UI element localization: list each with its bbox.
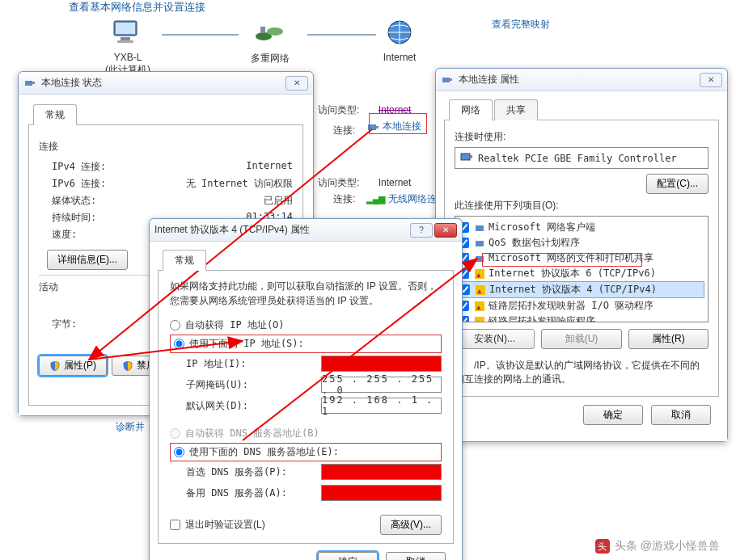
gateway-input[interactable]: 192 . 168 . 1 . 1 — [321, 398, 442, 414]
svg-rect-3 — [117, 40, 133, 43]
use-ip-label: 使用下面的 IP 地址(S): — [189, 337, 304, 351]
radio-use-ip[interactable]: 使用下面的 IP 地址(S): — [170, 335, 442, 353]
dns2-label: 备用 DNS 服务器(A): — [186, 486, 315, 500]
cancel-button[interactable]: 取消 — [386, 552, 446, 560]
radio-use-dns[interactable]: 使用下面的 DNS 服务器地址(E): — [170, 443, 442, 461]
access-value: Internet — [379, 104, 412, 116]
radio-auto-dns: 自动获得 DNS 服务器地址(B) — [170, 424, 442, 443]
list-item[interactable]: QoS 数据包计划程序 — [459, 235, 704, 251]
list-item[interactable]: Microsoft 网络的文件和打印机共享 — [459, 251, 704, 266]
nic-icon — [366, 120, 379, 133]
use-dns-radio[interactable] — [174, 447, 184, 457]
svg-text:▲: ▲ — [476, 318, 481, 323]
svg-rect-14 — [461, 154, 470, 160]
advanced-button[interactable]: 高级(V)... — [380, 515, 442, 535]
access-row2: 访问类型: Internet — [318, 176, 411, 190]
svg-rect-12 — [442, 78, 450, 82]
client-icon — [474, 222, 485, 234]
cancel-button[interactable]: 取消 — [651, 405, 711, 425]
conn-row1: 连接: 本地连接 — [333, 120, 421, 137]
item-properties-button[interactable]: 属性(R) — [628, 329, 709, 349]
item-label: 链路层拓扑发现响应程序 — [489, 314, 595, 322]
list-item[interactable]: ▲Internet 协议版本 6 (TCP/IPv6) — [459, 266, 704, 281]
validate-on-exit[interactable]: 退出时验证设置(L) — [170, 518, 265, 532]
list-item[interactable]: ▲链路层拓扑发现响应程序 — [459, 314, 704, 322]
uninstall-button: 卸载(U) — [541, 329, 621, 349]
nic-icon — [441, 74, 454, 86]
radio-auto-ip[interactable]: 自动获得 IP 地址(O) — [170, 316, 442, 335]
node-this-pc: YXB-L (此计算机) — [105, 16, 150, 77]
item-label: QoS 数据包计划程序 — [489, 236, 580, 250]
node2-label: 多重网络 — [251, 52, 290, 65]
prop-window: 本地连接 属性 ✕ 网络 共享 连接时使用: Realtek PCIe GBE … — [435, 68, 728, 442]
install-button[interactable]: 安装(N)... — [455, 329, 535, 349]
item-label: 链路层拓扑发现映射器 I/O 驱动程序 — [489, 299, 654, 313]
speed-label: 速度: — [52, 228, 77, 242]
ipv4-value: Internet — [246, 160, 293, 174]
list-item[interactable]: ▲链路层拓扑发现映射器 I/O 驱动程序 — [459, 298, 704, 314]
tab-general[interactable]: 常规 — [33, 104, 77, 125]
gateway-label: 默认网关(D): — [186, 399, 315, 413]
svg-rect-9 — [376, 126, 379, 128]
watermark: 头 头条 @游戏小怪兽兽 — [595, 539, 720, 554]
conn-label: 连接: — [333, 124, 355, 136]
tab-sharing[interactable]: 共享 — [494, 99, 538, 120]
view-full-mapping-link[interactable]: 查看完整映射 — [492, 18, 550, 32]
properties-button[interactable]: 属性(P) — [39, 356, 107, 376]
nic-icon — [23, 77, 36, 90]
share-icon — [474, 253, 485, 264]
auto-dns-label: 自动获得 DNS 服务器地址(B) — [185, 427, 319, 440]
use-ip-radio[interactable] — [174, 339, 184, 349]
media-label: 媒体状态: — [52, 194, 96, 208]
validate-checkbox[interactable] — [170, 520, 180, 530]
wifi-bars-icon: ▂▄▆ — [366, 194, 386, 204]
help-button[interactable]: ? — [410, 223, 433, 238]
item-label: Microsoft 网络的文件和打印机共享 — [489, 251, 654, 265]
qos-icon — [474, 238, 485, 249]
conn-using-label: 连接时使用: — [455, 130, 709, 144]
configure-button[interactable]: 配置(C)... — [646, 174, 709, 194]
watermark-text: 头条 @游戏小怪兽兽 — [615, 539, 720, 554]
svg-rect-13 — [450, 78, 452, 81]
tab-general[interactable]: 常规 — [163, 250, 206, 271]
dns1-input[interactable] — [321, 464, 442, 480]
validate-label: 退出时验证设置(L) — [185, 518, 265, 532]
subnet-mask-label: 子网掩码(U): — [186, 378, 315, 392]
svg-rect-10 — [25, 81, 32, 86]
svg-rect-16 — [476, 225, 484, 231]
list-item[interactable]: Microsoft 网络客户端 — [459, 220, 704, 235]
auto-ip-label: 自动获得 IP 地址(O) — [185, 318, 285, 332]
computer-icon — [108, 16, 147, 48]
shield-icon — [49, 360, 61, 372]
media-value: 已启用 — [264, 194, 293, 208]
conn-row2: 连接: ▂▄▆ 无线网络连接 — [333, 192, 446, 206]
close-button[interactable]: ✕ — [286, 76, 308, 91]
node1-label: YXB-L — [105, 52, 150, 63]
close-button[interactable]: ✕ — [700, 73, 722, 87]
ok-button[interactable]: 确定 — [583, 405, 643, 425]
local-conn-link[interactable]: 本地连接 — [383, 120, 421, 133]
ipv6-value: 无 Internet 访问权限 — [186, 177, 293, 191]
tab-network[interactable]: 网络 — [449, 99, 493, 120]
auto-ip-radio[interactable] — [170, 320, 180, 331]
list-item[interactable]: ▲Internet 协议版本 4 (TCP/IPv4) — [459, 281, 704, 298]
proto-icon: ▲ — [474, 316, 485, 323]
items-listbox[interactable]: Microsoft 网络客户端QoS 数据包计划程序Microsoft 网络的文… — [455, 216, 709, 322]
ipv4-title: Internet 协议版本 4 (TCP/IPv4) 属性 — [154, 223, 410, 237]
subnet-mask-input[interactable]: 255 . 255 . 255 . 0 — [321, 377, 442, 393]
svg-rect-1 — [116, 23, 135, 34]
dns1-label: 首选 DNS 服务器(P): — [186, 465, 315, 479]
dns2-input[interactable] — [321, 485, 442, 501]
svg-text:▲: ▲ — [476, 271, 481, 279]
prop-titlebar: 本地连接 属性 ✕ — [436, 69, 727, 91]
diagnose-link-partial[interactable]: 诊断并 — [116, 420, 145, 434]
item-label: Microsoft 网络客户端 — [489, 221, 595, 234]
adapter-icon — [460, 151, 473, 165]
ipv4-desc: 如果网络支持此功能，则可以获取自动指派的 IP 设置。否则，您需要从网络系统管理… — [170, 279, 442, 308]
ip-address-input[interactable] — [321, 356, 442, 372]
details-button[interactable]: 详细信息(E)... — [47, 250, 128, 270]
ok-button[interactable]: 确定 — [318, 552, 378, 560]
close-button[interactable]: ✕ — [434, 223, 457, 238]
svg-rect-15 — [470, 155, 472, 158]
svg-rect-8 — [368, 124, 376, 130]
